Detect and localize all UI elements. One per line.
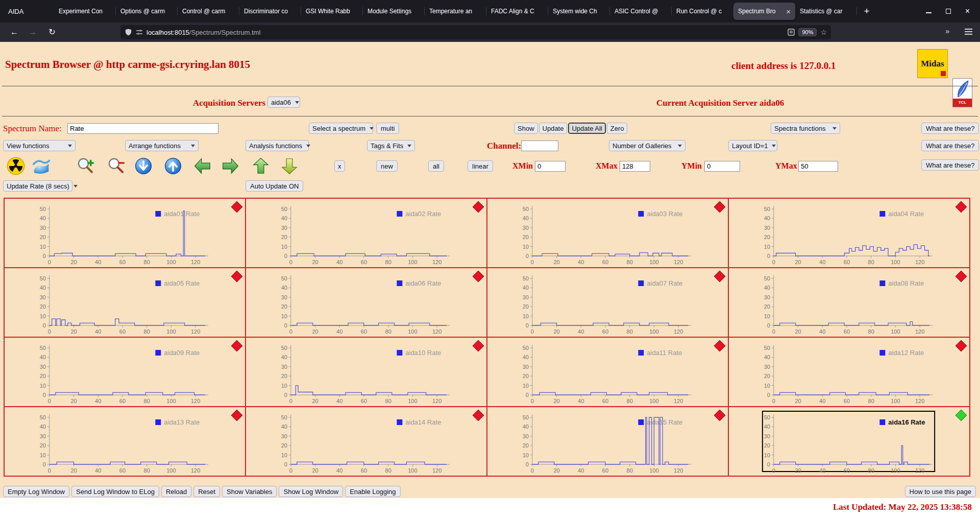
ymax-input[interactable] [798, 161, 838, 172]
status-diamond-icon[interactable] [473, 340, 484, 351]
browser-tab-6[interactable]: Module Settings [363, 3, 425, 20]
pan-left-icon[interactable] [193, 156, 212, 176]
back-icon[interactable]: ← [7, 26, 21, 39]
show-variables-button[interactable]: Show Variables [222, 486, 277, 497]
spectrum-name-input[interactable] [67, 123, 218, 134]
shrink-down-icon[interactable] [280, 156, 299, 176]
update-all-button[interactable]: Update All [568, 123, 605, 134]
wash-icon[interactable] [32, 156, 51, 176]
auto-update-button[interactable]: Auto Update ON [246, 180, 303, 192]
status-diamond-icon[interactable] [473, 410, 484, 421]
status-diamond-icon[interactable] [955, 201, 967, 213]
status-diamond-icon[interactable] [231, 410, 242, 421]
status-diamond-icon[interactable] [714, 410, 725, 421]
spectrum-chart-aida13[interactable]: 01020304050020406080100120aida13 Rate [4, 407, 246, 476]
tab-close-icon[interactable]: × [786, 8, 791, 15]
select-a-spectrum-select[interactable]: Select a spectrum [309, 123, 373, 134]
status-diamond-icon[interactable] [955, 271, 967, 282]
status-diamond-icon[interactable] [473, 271, 484, 282]
browser-tab-10[interactable]: ASIC Control @ [610, 3, 672, 20]
show-log-window-button[interactable]: Show Log Window [279, 486, 343, 497]
view-functions-select[interactable]: View functions [3, 140, 76, 151]
browser-tab-3[interactable]: Control @ carm [178, 3, 239, 20]
spectrum-chart-aida07[interactable]: 01020304050020406080100120aida07 Rate [487, 268, 728, 337]
number-of-galleries-select[interactable]: Number of Galleries [609, 140, 685, 151]
spectrum-chart-aida05[interactable]: 01020304050020406080100120aida05 Rate [4, 268, 246, 337]
reset-button[interactable]: Reset [193, 486, 220, 497]
midas-logo[interactable]: Midas [917, 49, 948, 78]
minimize-icon[interactable] [926, 9, 932, 13]
zero-button[interactable]: Zero [607, 123, 628, 134]
permissions-tune-icon[interactable] [136, 29, 143, 36]
browser-tab-12[interactable]: Spectrum Bro× [733, 3, 795, 20]
forward-icon[interactable]: → [26, 26, 40, 39]
linear-button[interactable]: linear [468, 160, 493, 172]
analysis-functions-select[interactable]: Analysis functions [246, 140, 309, 151]
zoom-in-icon[interactable] [76, 156, 95, 176]
update-button[interactable]: Update [539, 123, 568, 134]
status-diamond-icon[interactable] [231, 271, 242, 282]
maximize-icon[interactable] [946, 9, 951, 14]
zoom-level-badge[interactable]: 90% [798, 28, 817, 36]
tcl-powered-logo[interactable]: TCL [952, 78, 972, 107]
what-are-these-button-3[interactable]: What are these? [921, 159, 979, 171]
browser-tab-9[interactable]: System wide Ch [548, 3, 610, 20]
overflow-chevron-icon[interactable]: » [945, 27, 949, 35]
all-button[interactable]: all [428, 160, 444, 172]
spectrum-chart-aida09[interactable]: 01020304050020406080100120aida09 Rate [4, 337, 246, 407]
status-diamond-icon[interactable] [231, 201, 242, 213]
spectrum-chart-aida06[interactable]: 01020304050020406080100120aida06 Rate [246, 268, 487, 337]
send-log-window-to-elog-button[interactable]: Send Log Window to ELog [71, 486, 159, 497]
spectrum-chart-aida04[interactable]: 01020304050020406080100120aida04 Rate [728, 198, 970, 268]
show-button[interactable]: Show [514, 123, 538, 134]
shield-icon[interactable] [125, 28, 132, 36]
layout-id-select[interactable]: Layout ID=1 [728, 140, 777, 151]
enable-logging-button[interactable]: Enable Logging [345, 486, 400, 497]
spectrum-chart-aida11[interactable]: 01020304050020406080100120aida11 Rate [487, 337, 728, 407]
xmin-input[interactable] [535, 161, 566, 172]
reload-icon[interactable]: ↻ [45, 26, 59, 39]
y-scale-up-icon[interactable] [163, 156, 183, 176]
expand-up-icon[interactable] [251, 156, 271, 176]
status-diamond-icon[interactable] [231, 340, 242, 351]
status-diamond-icon[interactable] [473, 201, 484, 213]
spectrum-chart-aida12[interactable]: 01020304050020406080100120aida12 Rate [728, 337, 970, 407]
status-diamond-icon[interactable] [955, 410, 967, 421]
spectrum-chart-aida03[interactable]: 01020304050020406080100120aida03 Rate [487, 198, 728, 268]
xmax-input[interactable] [620, 161, 650, 172]
update-rate-select[interactable]: Update Rate (8 secs) [3, 180, 72, 192]
x-button[interactable]: x [334, 160, 345, 172]
url-bar[interactable]: localhost:8015/Spectrum/Spectrum.tml 90%… [120, 25, 831, 39]
status-diamond-icon[interactable] [714, 201, 725, 213]
browser-tab-8[interactable]: FADC Align & C [486, 3, 548, 20]
browser-tab-1[interactable]: Experiment Con [54, 3, 116, 20]
spectrum-chart-aida02[interactable]: 01020304050020406080100120aida02 Rate [246, 198, 487, 268]
reload-button[interactable]: Reload [161, 486, 191, 497]
tags-fits-select[interactable]: Tags & Fits [367, 140, 415, 151]
y-scale-down-icon[interactable] [134, 156, 153, 176]
new-button[interactable]: new [376, 160, 398, 172]
browser-tab-5[interactable]: GSI White Rabb [301, 3, 363, 20]
acquisition-server-select[interactable]: aida06 [267, 97, 300, 108]
reader-mode-icon[interactable] [788, 29, 795, 36]
browser-tab-2[interactable]: Options @ carm [116, 3, 178, 20]
spectrum-chart-aida16[interactable]: 01020304050020406080100120aida16 Rate [728, 407, 970, 476]
browser-tab-11[interactable]: Run Control @ c [672, 3, 733, 20]
channel-input[interactable] [521, 140, 558, 151]
spectrum-chart-aida08[interactable]: 01020304050020406080100120aida08 Rate [728, 268, 970, 337]
status-diamond-icon[interactable] [714, 271, 725, 282]
multi-button[interactable]: multi [376, 123, 399, 134]
what-are-these-button-1[interactable]: What are these? [921, 123, 979, 134]
bookmark-star-icon[interactable]: ☆ [820, 28, 827, 36]
browser-tab-4[interactable]: Discriminator co [239, 3, 301, 20]
spectra-functions-select[interactable]: Spectra functions [771, 123, 840, 134]
spectrum-chart-aida10[interactable]: 01020304050020406080100120aida10 Rate [246, 337, 487, 407]
arrange-functions-select[interactable]: Arrange functions [125, 140, 199, 151]
ymin-input[interactable] [704, 161, 740, 172]
pan-right-icon[interactable] [220, 156, 240, 176]
radioactive-icon[interactable] [6, 156, 26, 176]
what-are-these-button-2[interactable]: What are these? [921, 140, 979, 151]
status-diamond-icon[interactable] [955, 340, 967, 351]
empty-log-window-button[interactable]: Empty Log Window [3, 486, 69, 497]
how-to-use-button[interactable]: How to use this page [905, 486, 976, 497]
